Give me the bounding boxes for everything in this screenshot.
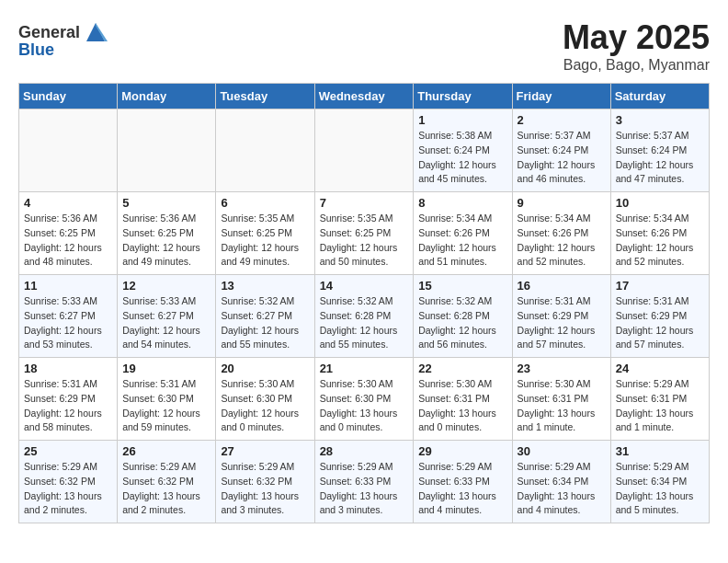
day-info: Sunrise: 5:34 AM Sunset: 6:26 PM Dayligh… <box>418 212 506 270</box>
calendar-cell: 17Sunrise: 5:31 AM Sunset: 6:29 PM Dayli… <box>610 275 709 358</box>
calendar-cell: 12Sunrise: 5:33 AM Sunset: 6:27 PM Dayli… <box>118 275 216 358</box>
calendar-cell: 29Sunrise: 5:29 AM Sunset: 6:33 PM Dayli… <box>414 441 512 523</box>
calendar-header-row: SundayMondayTuesdayWednesdayThursdayFrid… <box>19 84 710 109</box>
day-number: 18 <box>24 362 112 375</box>
day-of-week-header: Thursday <box>414 84 512 109</box>
calendar-cell: 19Sunrise: 5:31 AM Sunset: 6:30 PM Dayli… <box>118 358 216 441</box>
day-number: 24 <box>616 362 704 375</box>
day-info: Sunrise: 5:36 AM Sunset: 6:25 PM Dayligh… <box>24 212 112 270</box>
calendar-week-row: 1Sunrise: 5:38 AM Sunset: 6:24 PM Daylig… <box>19 109 710 192</box>
title-block: May 2025 Bago, Bago, Myanmar <box>563 18 710 74</box>
day-number: 27 <box>221 444 309 458</box>
day-of-week-header: Tuesday <box>216 84 314 109</box>
calendar-cell: 28Sunrise: 5:29 AM Sunset: 6:33 PM Dayli… <box>314 441 414 523</box>
calendar-cell: 26Sunrise: 5:29 AM Sunset: 6:32 PM Dayli… <box>118 441 216 523</box>
day-number: 6 <box>221 196 309 210</box>
logo-icon <box>82 18 109 46</box>
calendar-cell: 7Sunrise: 5:35 AM Sunset: 6:25 PM Daylig… <box>314 192 414 275</box>
calendar-cell: 23Sunrise: 5:30 AM Sunset: 6:31 PM Dayli… <box>512 358 610 441</box>
calendar-cell: 13Sunrise: 5:32 AM Sunset: 6:27 PM Dayli… <box>216 275 314 358</box>
day-number: 28 <box>320 444 409 458</box>
calendar-cell <box>216 109 314 192</box>
calendar-cell <box>314 109 414 192</box>
day-number: 12 <box>122 279 210 293</box>
day-info: Sunrise: 5:31 AM Sunset: 6:30 PM Dayligh… <box>122 377 210 435</box>
calendar-week-row: 25Sunrise: 5:29 AM Sunset: 6:32 PM Dayli… <box>19 441 710 523</box>
calendar-cell: 10Sunrise: 5:34 AM Sunset: 6:26 PM Dayli… <box>610 192 709 275</box>
day-number: 11 <box>24 279 112 293</box>
day-info: Sunrise: 5:33 AM Sunset: 6:27 PM Dayligh… <box>24 294 112 352</box>
calendar-cell: 11Sunrise: 5:33 AM Sunset: 6:27 PM Dayli… <box>19 275 118 358</box>
calendar-cell: 16Sunrise: 5:31 AM Sunset: 6:29 PM Dayli… <box>512 275 610 358</box>
day-info: Sunrise: 5:30 AM Sunset: 6:31 PM Dayligh… <box>418 377 506 435</box>
day-number: 10 <box>616 196 704 210</box>
day-number: 17 <box>616 279 704 293</box>
day-number: 20 <box>221 362 309 375</box>
day-number: 23 <box>518 362 606 375</box>
day-info: Sunrise: 5:33 AM Sunset: 6:27 PM Dayligh… <box>122 294 210 352</box>
calendar-cell: 4Sunrise: 5:36 AM Sunset: 6:25 PM Daylig… <box>19 192 118 275</box>
day-of-week-header: Sunday <box>19 84 118 109</box>
day-number: 31 <box>616 444 704 458</box>
day-info: Sunrise: 5:29 AM Sunset: 6:33 PM Dayligh… <box>320 460 409 518</box>
day-info: Sunrise: 5:34 AM Sunset: 6:26 PM Dayligh… <box>616 212 704 270</box>
day-info: Sunrise: 5:37 AM Sunset: 6:24 PM Dayligh… <box>616 129 704 187</box>
calendar-cell: 15Sunrise: 5:32 AM Sunset: 6:28 PM Dayli… <box>414 275 512 358</box>
calendar-week-row: 18Sunrise: 5:31 AM Sunset: 6:29 PM Dayli… <box>19 358 710 441</box>
day-info: Sunrise: 5:35 AM Sunset: 6:25 PM Dayligh… <box>221 212 309 270</box>
day-number: 1 <box>418 113 506 127</box>
calendar-cell: 5Sunrise: 5:36 AM Sunset: 6:25 PM Daylig… <box>118 192 216 275</box>
calendar-cell: 21Sunrise: 5:30 AM Sunset: 6:30 PM Dayli… <box>314 358 414 441</box>
day-number: 8 <box>418 196 506 210</box>
day-number: 26 <box>122 444 210 458</box>
day-info: Sunrise: 5:31 AM Sunset: 6:29 PM Dayligh… <box>518 294 606 352</box>
calendar-cell: 30Sunrise: 5:29 AM Sunset: 6:34 PM Dayli… <box>512 441 610 523</box>
day-number: 19 <box>122 362 210 375</box>
logo-blue-text: Blue <box>18 40 54 60</box>
day-number: 21 <box>320 362 409 375</box>
day-number: 22 <box>418 362 506 375</box>
day-number: 7 <box>320 196 409 210</box>
day-of-week-header: Friday <box>512 84 610 109</box>
day-number: 16 <box>518 279 606 293</box>
calendar-table: SundayMondayTuesdayWednesdayThursdayFrid… <box>18 83 710 523</box>
day-number: 15 <box>418 279 506 293</box>
calendar-cell: 20Sunrise: 5:30 AM Sunset: 6:30 PM Dayli… <box>216 358 314 441</box>
location-title: Bago, Bago, Myanmar <box>563 57 710 74</box>
calendar-cell: 14Sunrise: 5:32 AM Sunset: 6:28 PM Dayli… <box>314 275 414 358</box>
logo: General Blue <box>18 18 109 60</box>
day-info: Sunrise: 5:35 AM Sunset: 6:25 PM Dayligh… <box>320 212 409 270</box>
day-number: 5 <box>122 196 210 210</box>
day-number: 30 <box>518 444 606 458</box>
day-info: Sunrise: 5:36 AM Sunset: 6:25 PM Dayligh… <box>122 212 210 270</box>
calendar-cell: 2Sunrise: 5:37 AM Sunset: 6:24 PM Daylig… <box>512 109 610 192</box>
logo-general-text: General <box>18 23 80 42</box>
month-title: May 2025 <box>563 18 710 57</box>
calendar-cell <box>118 109 216 192</box>
day-info: Sunrise: 5:32 AM Sunset: 6:28 PM Dayligh… <box>320 294 409 352</box>
day-number: 25 <box>24 444 112 458</box>
day-of-week-header: Saturday <box>610 84 709 109</box>
calendar-cell: 22Sunrise: 5:30 AM Sunset: 6:31 PM Dayli… <box>414 358 512 441</box>
calendar-week-row: 11Sunrise: 5:33 AM Sunset: 6:27 PM Dayli… <box>19 275 710 358</box>
day-of-week-header: Monday <box>118 84 216 109</box>
calendar-cell: 25Sunrise: 5:29 AM Sunset: 6:32 PM Dayli… <box>19 441 118 523</box>
day-number: 2 <box>518 113 606 127</box>
day-number: 13 <box>221 279 309 293</box>
day-info: Sunrise: 5:29 AM Sunset: 6:32 PM Dayligh… <box>122 460 210 518</box>
calendar-cell: 24Sunrise: 5:29 AM Sunset: 6:31 PM Dayli… <box>610 358 709 441</box>
day-info: Sunrise: 5:37 AM Sunset: 6:24 PM Dayligh… <box>518 129 606 187</box>
day-info: Sunrise: 5:29 AM Sunset: 6:33 PM Dayligh… <box>418 460 506 518</box>
calendar-cell: 18Sunrise: 5:31 AM Sunset: 6:29 PM Dayli… <box>19 358 118 441</box>
day-info: Sunrise: 5:32 AM Sunset: 6:27 PM Dayligh… <box>221 294 309 352</box>
day-info: Sunrise: 5:30 AM Sunset: 6:30 PM Dayligh… <box>320 377 409 435</box>
day-info: Sunrise: 5:29 AM Sunset: 6:32 PM Dayligh… <box>221 460 309 518</box>
day-number: 9 <box>518 196 606 210</box>
day-info: Sunrise: 5:31 AM Sunset: 6:29 PM Dayligh… <box>616 294 704 352</box>
calendar-cell: 6Sunrise: 5:35 AM Sunset: 6:25 PM Daylig… <box>216 192 314 275</box>
day-number: 14 <box>320 279 409 293</box>
day-info: Sunrise: 5:30 AM Sunset: 6:31 PM Dayligh… <box>518 377 606 435</box>
calendar-cell: 9Sunrise: 5:34 AM Sunset: 6:26 PM Daylig… <box>512 192 610 275</box>
day-info: Sunrise: 5:32 AM Sunset: 6:28 PM Dayligh… <box>418 294 506 352</box>
calendar-cell: 3Sunrise: 5:37 AM Sunset: 6:24 PM Daylig… <box>610 109 709 192</box>
